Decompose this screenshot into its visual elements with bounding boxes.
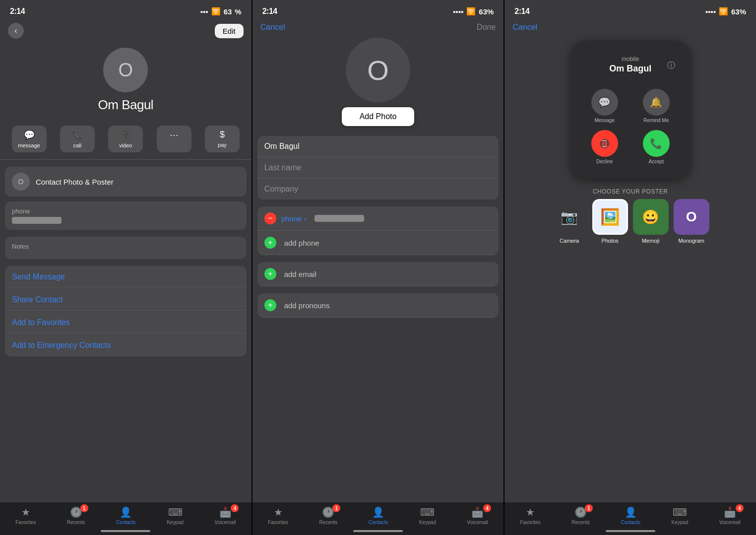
company-input[interactable] [264, 185, 492, 194]
keypad-label-2: Keypad [419, 520, 436, 525]
voicemail-icon-2: 📩 [471, 506, 484, 518]
tab-recents[interactable]: 🕐 Recents 1 [67, 506, 85, 525]
message-action-button[interactable]: 💬 message [12, 126, 47, 152]
message-icon: 💬 [24, 130, 35, 140]
decline-call-action[interactable]: 📵 Decline [591, 130, 618, 164]
back-button[interactable]: ‹ [8, 23, 24, 39]
phone-row: phone [5, 201, 247, 230]
voicemail-label-2: Voicemail [467, 520, 488, 525]
add-phone-row[interactable]: + add phone [257, 231, 499, 255]
memoji-poster-option[interactable]: 😀 Memoji [633, 199, 669, 244]
done-button-2[interactable]: Done [477, 23, 496, 32]
tab3-keypad[interactable]: ⌨ Keypad [671, 506, 688, 525]
status-icons-3: ▪▪▪▪ 🛜 63% [705, 7, 746, 16]
call-action-button[interactable]: 📞 call [60, 126, 95, 152]
recents-badge-3: 1 [585, 504, 593, 512]
tab2-keypad[interactable]: ⌨ Keypad [419, 506, 436, 525]
contacts-icon: 👤 [120, 506, 132, 518]
cancel-button-3[interactable]: Cancel [512, 23, 537, 32]
add-favorites-link[interactable]: Add to Favorites [5, 312, 247, 334]
remove-phone-button[interactable]: − [264, 212, 276, 224]
tab2-favorites[interactable]: ★ Favorites [268, 506, 288, 525]
contacts-icon-2: 👤 [372, 506, 384, 518]
accept-call-action[interactable]: 📞 Accept [643, 130, 670, 164]
contact-name: Om Bagul [98, 97, 154, 113]
video-icon: 🎥 [120, 130, 131, 140]
contact-photo-thumb: O [12, 173, 30, 191]
tab2-recents[interactable]: 🕐 Recents 1 [319, 506, 338, 525]
monogram-poster-thumb: O [674, 199, 709, 235]
info-icon[interactable]: ⓘ [667, 61, 675, 71]
add-photo-button[interactable]: Add Photo [342, 107, 415, 126]
add-pronouns-row[interactable]: + add pronouns [257, 293, 499, 318]
share-contact-link[interactable]: Share Contact [5, 289, 247, 311]
add-emergency-link[interactable]: Add to Emergency Contacts [5, 334, 247, 356]
status-icons-1: ▪▪▪ 🛜 63 % [200, 7, 242, 16]
contact-photo-label: Contact Photo & Poster [36, 178, 114, 186]
camera-poster-label: Camera [560, 238, 579, 244]
status-icons-2: ▪▪▪▪ 🛜 63% [453, 7, 494, 16]
contact-avatar: O [103, 48, 148, 92]
contact-photo-row[interactable]: O Contact Photo & Poster [5, 167, 247, 197]
phone-preview-labels: mobile Om Bagul [609, 56, 651, 74]
phone-preview-top: mobile Om Bagul ⓘ [579, 51, 682, 78]
cancel-button-2[interactable]: Cancel [260, 23, 285, 32]
favorites-icon-2: ★ [274, 506, 283, 518]
photos-poster-option[interactable]: 🖼️ Photos [592, 199, 628, 244]
thumb-initial: O [18, 178, 24, 186]
phone-preview-card: mobile Om Bagul ⓘ 💬 Message 🔔 Remind Me [571, 41, 690, 178]
add-email-row[interactable]: + add email [257, 262, 499, 286]
first-name-field[interactable] [257, 136, 499, 157]
favorites-icon-3: ★ [526, 506, 535, 518]
video-action-button[interactable]: 🎥 video [108, 126, 143, 152]
call-actions-preview: 💬 Message 🔔 Remind Me [579, 81, 682, 127]
add-email-button[interactable]: + [264, 268, 276, 280]
tab2-voicemail[interactable]: 📩 Voicemail 4 [467, 506, 488, 525]
keypad-label: Keypad [167, 520, 184, 525]
notes-section: Notes [5, 237, 247, 259]
mobile-label: mobile [622, 56, 639, 63]
remind-call-action[interactable]: 🔔 Remind Me [643, 89, 670, 123]
monogram-poster-option[interactable]: O Monogram [674, 199, 709, 244]
signal-3: ▪▪▪▪ [705, 7, 716, 16]
add-phone-button[interactable]: + [264, 237, 276, 249]
tab2-contacts[interactable]: 👤 Contacts [369, 506, 388, 525]
tab-contacts[interactable]: 👤 Contacts [116, 506, 135, 525]
add-phone-label: add phone [284, 239, 319, 247]
more-action-button[interactable]: ⋯ [157, 126, 191, 152]
tab3-favorites[interactable]: ★ Favorites [520, 506, 541, 525]
voicemail-label-3: Voicemail [719, 520, 741, 525]
avatar-initial: O [119, 60, 133, 81]
send-message-link[interactable]: Send Message [5, 266, 247, 288]
tab3-voicemail[interactable]: 📩 Voicemail 4 [719, 506, 741, 525]
first-name-input[interactable] [264, 142, 492, 151]
add-pronouns-button[interactable]: + [264, 299, 276, 311]
home-indicator-1 [101, 530, 150, 532]
camera-poster-option[interactable]: 📷 Camera [552, 199, 587, 244]
camera-poster-icon: 📷 [561, 209, 578, 225]
camera-poster-thumb: 📷 [552, 199, 587, 235]
edit-button[interactable]: Edit [215, 24, 244, 38]
panel-contact-detail: 2:14 ▪▪▪ 🛜 63 % ‹ Edit O Om Bagul [0, 0, 252, 535]
battery-1: 63 [224, 7, 232, 16]
last-name-field[interactable] [257, 157, 499, 179]
company-field[interactable] [257, 179, 499, 200]
accept-call-label: Accept [648, 159, 664, 164]
tab-keypad[interactable]: ⌨ Keypad [167, 506, 184, 525]
back-chevron-icon: ‹ [14, 26, 17, 35]
add-pronouns-label: add pronouns [284, 301, 330, 310]
voicemail-icon-3: 📩 [724, 506, 736, 518]
battery-icon-1: % [235, 7, 241, 16]
pay-action-button[interactable]: $ pay [205, 126, 240, 152]
contact-photo-section[interactable]: O Contact Photo & Poster [5, 167, 247, 197]
tab-voicemail[interactable]: 📩 Voicemail 4 [215, 506, 236, 525]
last-name-input[interactable] [264, 163, 492, 172]
more-icon: ⋯ [170, 130, 179, 140]
favorites-label-2: Favorites [268, 520, 288, 525]
preview-contact-name: Om Bagul [609, 64, 651, 74]
tab-favorites[interactable]: ★ Favorites [15, 506, 36, 525]
tab3-contacts[interactable]: 👤 Contacts [621, 506, 640, 525]
message-call-action[interactable]: 💬 Message [591, 89, 618, 123]
home-indicator-2 [353, 530, 403, 532]
tab3-recents[interactable]: 🕐 Recents 1 [571, 506, 590, 525]
